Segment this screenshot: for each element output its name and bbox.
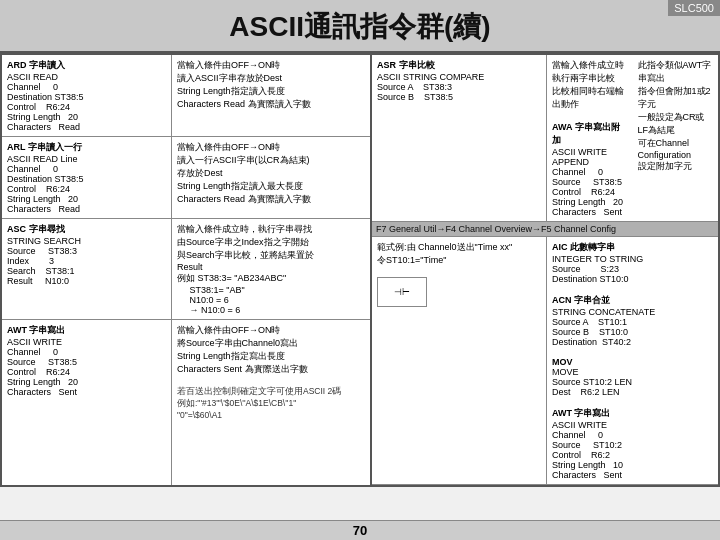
awa-stringlen: String Length 20 — [552, 197, 628, 207]
awt-right-chars: Characters Sent — [552, 470, 713, 480]
awa-chars: Characters Sent — [552, 207, 628, 217]
ard-fields: ARD 字串讀入 ASCII READ Channel 0 Destinatio… — [2, 55, 172, 136]
asc-search: Search ST38:1 — [7, 266, 166, 276]
awt-right-subtitle: ASCII WRITE — [552, 420, 713, 430]
ard-stringlen: String Length 20 — [7, 112, 166, 122]
asc-desc-text: 當輸入條件成立時，執行字串尋找由Source字串之Index指之字開始與Sear… — [177, 223, 365, 315]
mov-title: MOV — [552, 357, 713, 367]
awt-note: 若百送出控制則確定文字可使用ASCII 2碼例如:"'#13'"\'$0E\''… — [177, 386, 365, 420]
arl-desc-text: 當輸入條件由OFF→ON時讀入一行ASCII字串(以CR為結束)存放於DestS… — [177, 141, 365, 206]
example-left: 範式例:由 Channel0送出"Time xx" 令ST10:1="Time"… — [372, 237, 547, 484]
page-container: SLC500 ASCII通訊指令群(續) ARD 字串讀入 ASCII READ… — [0, 0, 720, 540]
acn-sourcea: Source A ST10:1 — [552, 317, 713, 327]
mov-dest: Dest R6:2 LEN — [552, 387, 713, 397]
asc-result: Result N10:0 — [7, 276, 166, 286]
page-title-label: SLC500 — [674, 2, 714, 14]
asr-title: ASR 字串比較 — [377, 59, 541, 72]
ard-channel: Channel 0 — [7, 82, 166, 92]
page-number: 70 — [353, 523, 367, 538]
example-title: 範式例:由 Channel0送出"Time xx" — [377, 241, 541, 254]
awa-channel: Channel 0 — [552, 167, 628, 177]
arl-desc: 當輸入條件由OFF→ON時讀入一行ASCII字串(以CR為結束)存放於DestS… — [172, 137, 370, 218]
aic-source: Source S:23 — [552, 264, 713, 274]
ard-chars: Characters Read — [7, 122, 166, 132]
arl-section: ARL 字串讀入一行 ASCII READ Line Channel 0 Des… — [2, 137, 370, 219]
nav-bar-text: F7 General Util→F4 Channel Overview→F5 C… — [376, 224, 616, 234]
ard-desc: 當輸入條件由OFF→ON時讀入ASCII字串存放於DestString Leng… — [172, 55, 370, 136]
awt-title: AWT 字串寫出 — [7, 324, 166, 337]
arl-title: ARL 字串讀入一行 — [7, 141, 166, 154]
arl-fields: ARL 字串讀入一行 ASCII READ Line Channel 0 Des… — [2, 137, 172, 218]
awt-right-title: AWT 字串寫出 — [552, 407, 713, 420]
arl-channel: Channel 0 — [7, 164, 166, 174]
awt-stringlen: String Length 20 — [7, 377, 166, 387]
arl-stringlen: String Length 20 — [7, 194, 166, 204]
asc-source: Source ST38:3 — [7, 246, 166, 256]
asc-title: ASC 字串尋找 — [7, 223, 166, 236]
awt-subtitle: ASCII WRITE — [7, 337, 166, 347]
asr-fields: ASR 字串比較 ASCII STRING COMPARE Source A S… — [372, 55, 547, 221]
awa-source: Source ST38:5 — [552, 177, 628, 187]
ladder-diagram: ⊣⊢ — [377, 277, 427, 307]
awa-control: Control R6:24 — [552, 187, 628, 197]
arl-destination: Destination ST38:5 — [7, 174, 166, 184]
asr-awa-desc: 當輸入條件成立時執行兩字串比較比較相同時右端輸出動作 AWA 字串寫出附加 AS… — [547, 55, 633, 221]
awt-fields: AWT 字串寫出 ASCII WRITE Channel 0 Source ST… — [2, 320, 172, 485]
awt-right-stringlen: String Length 10 — [552, 460, 713, 470]
arl-chars: Characters Read — [7, 204, 166, 214]
ladder-symbol: ⊣⊢ — [394, 287, 410, 297]
footer-bar: 70 — [0, 520, 720, 540]
awt-control: Control R6:24 — [7, 367, 166, 377]
aic-title: AIC 此數轉字串 — [552, 241, 713, 254]
aic-dest: Destination ST10:0 — [552, 274, 713, 284]
asc-desc: 當輸入條件成立時，執行字串尋找由Source字串之Index指之字開始與Sear… — [172, 219, 370, 319]
aic-subtitle: INTEGER TO STRING — [552, 254, 713, 264]
asr-awa-row: ASR 字串比較 ASCII STRING COMPARE Source A S… — [372, 55, 718, 222]
awa-subtitle: ASCII WRITE APPEND — [552, 147, 628, 167]
acn-sourceb: Source B ST10:0 — [552, 327, 713, 337]
arl-control: Control R6:24 — [7, 184, 166, 194]
ard-section: ARD 字串讀入 ASCII READ Channel 0 Destinatio… — [2, 55, 370, 137]
awt-chars: Characters Sent — [7, 387, 166, 397]
mov-subtitle: MOVE — [552, 367, 713, 377]
asr-subtitle: ASCII STRING COMPARE — [377, 72, 541, 82]
main-heading: ASCII通訊指令群(續) — [0, 0, 720, 53]
acn-title: ACN 字串合並 — [552, 294, 713, 307]
awt-right-control: Control R6:2 — [552, 450, 713, 460]
asc-index: Index 3 — [7, 256, 166, 266]
ard-desc-text: 當輸入條件由OFF→ON時讀入ASCII字串存放於DestString Leng… — [177, 59, 365, 111]
awt-desc: 當輸入條件由OFF→ON時將Source字串由Channel0寫出String … — [172, 320, 370, 485]
asr-sourcea: Source A ST38:3 — [377, 82, 541, 92]
awa-right-desc: 此指令類似AWT字串寫出指令但會附加1或2字元一般設定為CR或LF為結尾可在Ch… — [633, 55, 719, 221]
asc-fields: ASC 字串尋找 STRING SEARCH Source ST38:3 Ind… — [2, 219, 172, 319]
arl-subtitle: ASCII READ Line — [7, 154, 166, 164]
awt-right-channel: Channel 0 — [552, 430, 713, 440]
ard-destination: Destination ST38:5 — [7, 92, 166, 102]
awt-desc-text: 當輸入條件由OFF→ON時將Source字串由Channel0寫出String … — [177, 324, 365, 376]
nav-bar: F7 General Util→F4 Channel Overview→F5 C… — [372, 222, 718, 237]
ard-title: ARD 字串讀入 — [7, 59, 166, 72]
acn-dest: Destination ST40:2 — [552, 337, 713, 347]
top-bar: SLC500 — [668, 0, 720, 16]
content-area: ARD 字串讀入 ASCII READ Channel 0 Destinatio… — [0, 53, 720, 487]
mov-source: Source ST10:2 LEN — [552, 377, 713, 387]
ard-control: Control R6:24 — [7, 102, 166, 112]
left-panel: ARD 字串讀入 ASCII READ Channel 0 Destinatio… — [2, 55, 372, 485]
awa-desc-text: 此指令類似AWT字串寫出指令但會附加1或2字元一般設定為CR或LF為結尾可在Ch… — [638, 59, 714, 173]
example-code: 令ST10:1="Time" — [377, 254, 541, 267]
ard-subtitle: ASCII READ — [7, 72, 166, 82]
awt-channel: Channel 0 — [7, 347, 166, 357]
awt-right-source: Source ST10:2 — [552, 440, 713, 450]
awt-section: AWT 字串寫出 ASCII WRITE Channel 0 Source ST… — [2, 320, 370, 485]
acn-subtitle: STRING CONCATENATE — [552, 307, 713, 317]
asc-subtitle: STRING SEARCH — [7, 236, 166, 246]
awa-title: AWA 字串寫出附加 — [552, 121, 628, 147]
right-panel: ASR 字串比較 ASCII STRING COMPARE Source A S… — [372, 55, 718, 485]
example-right: AIC 此數轉字串 INTEGER TO STRING Source S:23 … — [547, 237, 718, 484]
asr-desc-text: 當輸入條件成立時執行兩字串比較比較相同時右端輸出動作 — [552, 59, 628, 111]
asc-section: ASC 字串尋找 STRING SEARCH Source ST38:3 Ind… — [2, 219, 370, 320]
example-row: 範式例:由 Channel0送出"Time xx" 令ST10:1="Time"… — [372, 237, 718, 485]
asr-sourceb: Source B ST38:5 — [377, 92, 541, 102]
awt-source: Source ST38:5 — [7, 357, 166, 367]
